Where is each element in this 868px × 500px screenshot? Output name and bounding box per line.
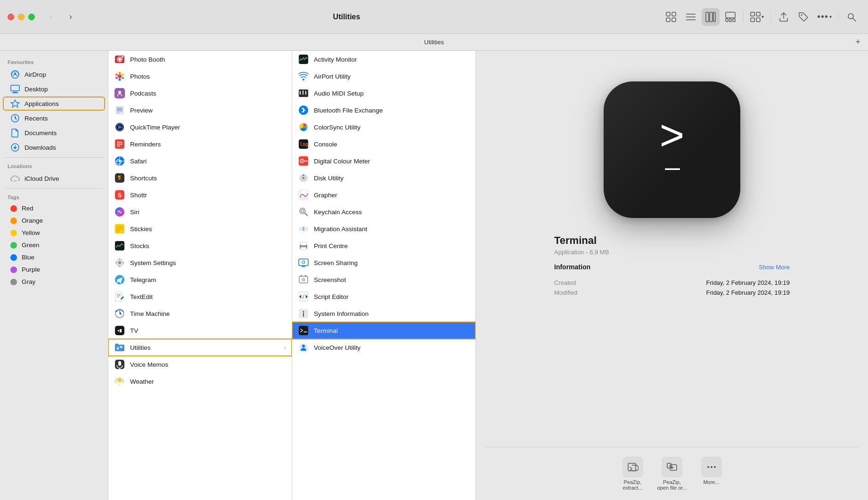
col2-scripteditor[interactable]: Script Editor xyxy=(292,288,475,305)
col2-printcentre[interactable]: Print Centre xyxy=(292,237,475,254)
green-dot xyxy=(10,242,17,249)
col2-bluetooth[interactable]: Bluetooth File Exchange xyxy=(292,102,475,119)
svg-rect-92 xyxy=(307,92,308,95)
diskutility-label: Disk Utility xyxy=(314,175,470,182)
sidebar-tag-yellow[interactable]: Yellow xyxy=(3,227,105,239)
grapher-icon xyxy=(298,189,309,201)
tab-label: Utilities xyxy=(424,39,444,46)
sidebar-tag-purple[interactable]: Purple xyxy=(3,264,105,275)
sidebar-item-recents[interactable]: Recents xyxy=(3,111,105,125)
svg-rect-16 xyxy=(751,18,754,22)
sidebar-item-icloud[interactable]: iCloud Drive xyxy=(3,171,105,185)
col2-grapher[interactable]: Grapher xyxy=(292,186,475,203)
minimize-button[interactable] xyxy=(18,14,25,20)
col1-weather[interactable]: Weather xyxy=(108,373,292,390)
desktop-label: Desktop xyxy=(25,86,48,93)
red-label: Red xyxy=(22,205,33,212)
peazip-extract-button[interactable]: PeaZip,extract... xyxy=(622,457,643,491)
share-button[interactable] xyxy=(775,8,793,26)
view-list-button[interactable] xyxy=(682,8,700,26)
col1-podcasts[interactable]: Podcasts xyxy=(108,85,292,102)
search-button[interactable] xyxy=(843,8,860,26)
col2-colorsync[interactable]: ColorSync Utility xyxy=(292,119,475,136)
col2-audiomidi[interactable]: Audio MIDI Setup xyxy=(292,85,475,102)
col1-utilities[interactable]: Utilities › xyxy=(108,339,292,356)
col2-migration[interactable]: Migration Assistant xyxy=(292,220,475,237)
sidebar-item-applications[interactable]: Applications xyxy=(3,97,105,111)
svg-point-129 xyxy=(303,311,304,313)
bluetooth-label: Bluetooth File Exchange xyxy=(314,107,470,114)
sidebar-item-downloads[interactable]: Downloads xyxy=(3,140,105,154)
fullscreen-button[interactable] xyxy=(28,14,35,20)
reminders-icon xyxy=(114,138,125,150)
preview-icon-area: > — xyxy=(597,74,747,225)
col1-shottr[interactable]: S Shottr xyxy=(108,186,292,203)
column-2: Activity Monitor AirPort Utility xyxy=(292,51,476,500)
col2-screenshot[interactable]: Screenshot xyxy=(292,271,475,288)
col2-sysinfo[interactable]: System Information xyxy=(292,305,475,322)
photobooth-icon xyxy=(114,54,125,65)
col1-systemsettings[interactable]: System Settings xyxy=(108,254,292,271)
close-button[interactable] xyxy=(8,14,14,20)
preview-info: Terminal Application - 6,9 MB Informatio… xyxy=(554,234,790,299)
svg-text:S: S xyxy=(118,192,122,199)
col1-stocks[interactable]: Stocks xyxy=(108,237,292,254)
col1-timemachine[interactable]: Time Machine xyxy=(108,305,292,322)
col1-safari[interactable]: Safari xyxy=(108,153,292,169)
stickies-icon xyxy=(114,223,125,234)
sidebar-tag-blue[interactable]: Blue xyxy=(3,251,105,263)
photobooth-label: Photo Booth xyxy=(130,56,286,63)
col2-airportutility[interactable]: AirPort Utility xyxy=(292,68,475,85)
col2-diskutility[interactable]: Disk Utility xyxy=(292,169,475,186)
col1-photos[interactable]: Photos xyxy=(108,68,292,85)
svg-point-36 xyxy=(119,79,121,81)
svg-rect-14 xyxy=(751,12,754,16)
view-icons-button[interactable] xyxy=(662,8,680,26)
airdrop-icon xyxy=(10,70,20,79)
view-columns-button[interactable] xyxy=(702,8,720,26)
blue-label: Blue xyxy=(22,254,34,261)
sidebar-item-desktop[interactable]: Desktop xyxy=(3,82,105,96)
toolbar-right: ▾ ••• ▾ xyxy=(662,8,860,26)
col1-tv[interactable]: TV xyxy=(108,322,292,339)
tag-button[interactable] xyxy=(794,8,812,26)
show-more-button[interactable]: Show More xyxy=(759,264,790,271)
sysinfo-label: System Information xyxy=(314,310,470,317)
sidebar-tag-red[interactable]: Red xyxy=(3,202,105,214)
svg-point-38 xyxy=(115,73,118,76)
col2-voiceover[interactable]: VoiceOver Utility xyxy=(292,339,475,356)
col2-keychain[interactable]: Keychain Access xyxy=(292,203,475,220)
view-gallery-button[interactable] xyxy=(721,8,739,26)
col1-shortcuts[interactable]: Shortcuts xyxy=(108,169,292,186)
icloud-icon xyxy=(10,174,20,183)
col1-photobooth[interactable]: Photo Booth xyxy=(108,51,292,68)
col2-digitalcolour[interactable]: Digital Colour Meter xyxy=(292,153,475,169)
col2-activitymonitor[interactable]: Activity Monitor xyxy=(292,51,475,68)
col1-quicktime[interactable]: QuickTime Player xyxy=(108,119,292,136)
col1-preview[interactable]: Preview xyxy=(108,102,292,119)
more-actions-button[interactable]: More... xyxy=(701,457,722,491)
sidebar-tag-orange[interactable]: Orange xyxy=(3,215,105,226)
group-button[interactable]: ▾ xyxy=(747,10,767,24)
col1-textedit[interactable]: TextEdit xyxy=(108,288,292,305)
svg-point-54 xyxy=(119,160,121,162)
col1-voicememos[interactable]: Voice Memos xyxy=(108,356,292,373)
sidebar-tag-gray[interactable]: Gray xyxy=(3,276,105,288)
col2-console[interactable]: log Console xyxy=(292,136,475,153)
peazip-open-button[interactable]: PeaZip,open file or... xyxy=(657,457,687,491)
title-bar: ‹ › Utilities xyxy=(0,0,868,34)
svg-rect-115 xyxy=(301,247,306,250)
podcasts-icon xyxy=(114,88,125,99)
col2-terminal[interactable]: Terminal xyxy=(292,322,475,339)
col1-telegram[interactable]: Telegram xyxy=(108,271,292,288)
col1-siri[interactable]: Siri xyxy=(108,203,292,220)
more-button[interactable]: ••• ▾ xyxy=(814,9,835,24)
shortcuts-label: Shortcuts xyxy=(130,175,286,182)
sidebar-item-documents[interactable]: Documents xyxy=(3,126,105,140)
col1-reminders[interactable]: Reminders xyxy=(108,136,292,153)
col1-stickies[interactable]: Stickies xyxy=(108,220,292,237)
new-tab-button[interactable]: + xyxy=(855,37,860,47)
sidebar-item-airdrop[interactable]: AirDrop xyxy=(3,67,105,81)
col2-screensharing[interactable]: Screen Sharing xyxy=(292,254,475,271)
sidebar-tag-green[interactable]: Green xyxy=(3,239,105,251)
